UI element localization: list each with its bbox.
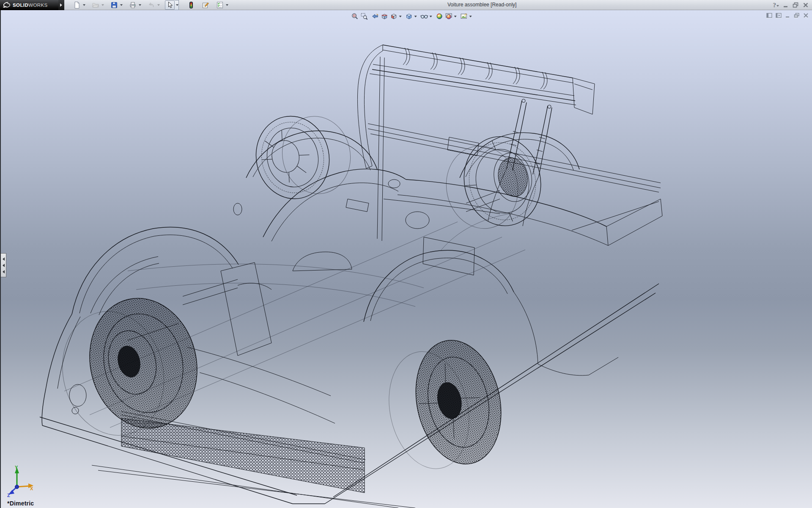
section-view-button[interactable] bbox=[380, 12, 389, 20]
collapse-arrow-icon bbox=[1, 270, 5, 273]
feature-manager-collapsed-tab[interactable] bbox=[1, 253, 6, 277]
edit-appearance-button[interactable] bbox=[435, 12, 444, 20]
view-orientation-icon bbox=[390, 13, 397, 20]
side-mesh-panel bbox=[121, 418, 365, 493]
new-document-dropdown[interactable] bbox=[82, 0, 86, 10]
menu-expand-button[interactable] bbox=[58, 0, 64, 10]
window-title: Voiture assomblee [Read-only] bbox=[447, 2, 516, 8]
undo-icon bbox=[148, 1, 155, 9]
save-dropdown[interactable] bbox=[119, 0, 123, 10]
graphics-viewport[interactable]: Y X Z *Dimetric bbox=[0, 10, 812, 508]
view-settings-dropdown[interactable] bbox=[469, 11, 473, 21]
view-settings-button[interactable] bbox=[459, 12, 469, 20]
print-dropdown[interactable] bbox=[137, 0, 142, 10]
undo-button[interactable] bbox=[146, 0, 156, 10]
help-button[interactable]: ? bbox=[773, 1, 779, 9]
expand-arrow-icon bbox=[60, 3, 64, 7]
doc-pane-left-button[interactable] bbox=[766, 13, 772, 18]
hide-show-items-button[interactable] bbox=[420, 12, 429, 20]
hide-show-items-dropdown[interactable] bbox=[429, 11, 433, 21]
doc-pane-preview-button[interactable] bbox=[776, 13, 782, 18]
apply-scene-button[interactable] bbox=[444, 12, 453, 20]
pane-preview-icon bbox=[776, 13, 782, 18]
title-bar[interactable]: SOLIDWORKS bbox=[0, 0, 812, 10]
close-button[interactable] bbox=[803, 1, 809, 9]
front-right-wheel[interactable] bbox=[249, 105, 358, 206]
triad-origin bbox=[15, 485, 19, 489]
main-toolbar bbox=[72, 0, 233, 10]
print-icon bbox=[129, 1, 137, 9]
solidworks-wordmark: SOLIDWORKS bbox=[13, 3, 48, 8]
select-tool-button[interactable] bbox=[165, 0, 175, 10]
doc-restore-icon bbox=[794, 13, 800, 18]
rear-right-wheel[interactable] bbox=[438, 130, 549, 237]
open-button[interactable] bbox=[91, 0, 100, 10]
design-binder-icon bbox=[202, 1, 209, 9]
select-tool-dropdown[interactable] bbox=[175, 0, 179, 10]
solidworks-logo: SOLIDWORKS bbox=[0, 0, 58, 10]
rear-wing[interactable] bbox=[357, 45, 661, 241]
display-style-dropdown[interactable] bbox=[414, 11, 418, 21]
minimize-icon bbox=[783, 2, 789, 8]
triad-z-label: Z bbox=[7, 493, 10, 497]
reference-triad[interactable]: Y X Z bbox=[7, 465, 34, 497]
checklist-icon bbox=[216, 1, 224, 9]
zoom-to-fit-icon bbox=[351, 13, 358, 20]
traffic-light-icon bbox=[188, 1, 195, 9]
display-style-button[interactable] bbox=[404, 12, 414, 20]
document-window-controls bbox=[766, 13, 809, 18]
display-style-icon bbox=[405, 13, 412, 20]
solidworks-logo-glyph bbox=[3, 1, 11, 9]
pane-left-icon bbox=[766, 13, 772, 18]
triad-x-label: X bbox=[30, 486, 33, 491]
new-document-icon bbox=[73, 1, 81, 9]
zoom-to-area-icon bbox=[360, 13, 368, 20]
previous-view-icon bbox=[371, 13, 379, 20]
zoom-to-area-button[interactable] bbox=[359, 12, 369, 20]
wireframe-model[interactable] bbox=[1, 10, 812, 508]
doc-close-icon bbox=[803, 13, 809, 18]
previous-view-button[interactable] bbox=[370, 12, 380, 20]
apply-scene-dropdown[interactable] bbox=[453, 11, 458, 21]
save-floppy-icon bbox=[110, 1, 118, 9]
doc-minimize-icon bbox=[785, 13, 790, 18]
help-dropdown-icon bbox=[776, 5, 779, 8]
open-folder-icon bbox=[92, 1, 99, 9]
options-checklist-button[interactable] bbox=[215, 0, 225, 10]
window-controls: ? bbox=[773, 0, 809, 10]
minimize-button[interactable] bbox=[783, 1, 789, 9]
zoom-to-fit-button[interactable] bbox=[350, 12, 359, 20]
appearance-ball-icon bbox=[436, 13, 443, 20]
view-orientation-label: *Dimetric bbox=[7, 500, 34, 507]
headsup-view-toolbar bbox=[350, 11, 473, 21]
save-button[interactable] bbox=[109, 0, 119, 10]
select-cursor-icon bbox=[166, 1, 174, 9]
design-binder-button[interactable] bbox=[200, 0, 210, 10]
rear-left-wheel[interactable] bbox=[378, 332, 512, 478]
open-dropdown[interactable] bbox=[100, 0, 104, 10]
undo-dropdown[interactable] bbox=[156, 0, 160, 10]
section-view-icon bbox=[381, 13, 388, 20]
eyeglasses-icon bbox=[420, 13, 428, 20]
collapse-arrow-icon bbox=[1, 257, 5, 261]
close-icon bbox=[803, 2, 809, 8]
options-dropdown[interactable] bbox=[225, 0, 229, 10]
doc-restore-button[interactable] bbox=[794, 13, 800, 18]
restore-button[interactable] bbox=[793, 1, 799, 9]
new-document-button[interactable] bbox=[72, 0, 82, 10]
view-settings-icon bbox=[460, 13, 467, 20]
view-orientation-dropdown[interactable] bbox=[398, 11, 403, 21]
apply-scene-icon bbox=[445, 13, 452, 20]
restore-icon bbox=[793, 2, 799, 8]
view-orientation-button[interactable] bbox=[389, 12, 398, 20]
rebuild-button[interactable] bbox=[186, 0, 196, 10]
doc-close-button[interactable] bbox=[803, 13, 809, 18]
collapse-arrow-icon bbox=[1, 264, 5, 267]
doc-minimize-button[interactable] bbox=[785, 13, 790, 18]
print-button[interactable] bbox=[128, 0, 137, 10]
